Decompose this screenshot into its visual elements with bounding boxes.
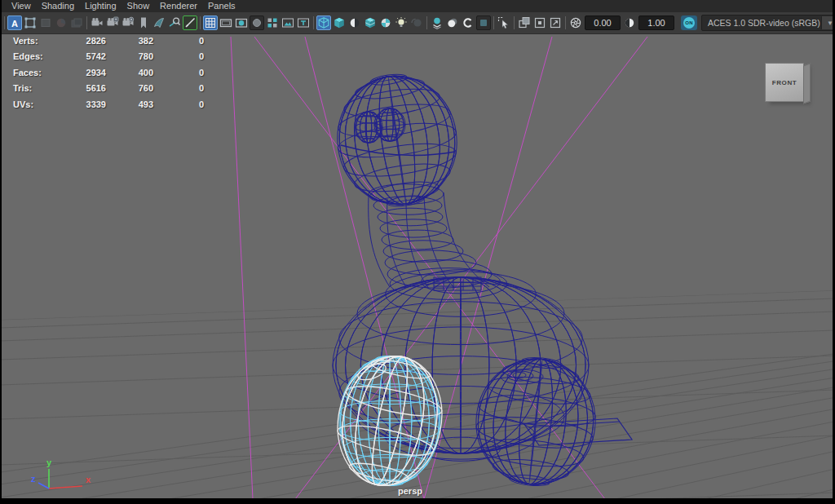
toolbar-group-4 <box>430 15 491 30</box>
pan-zoom-icon[interactable] <box>167 15 182 30</box>
hud-component: 760 <box>106 83 153 93</box>
image-plane-icon[interactable] <box>152 15 166 30</box>
hud-label: Tris: <box>13 83 60 93</box>
exposure-aperture-icon[interactable] <box>568 15 583 30</box>
hud-selected: 0 <box>153 68 204 77</box>
toolbar-separator <box>426 16 427 29</box>
motion-blur-icon[interactable] <box>409 15 424 30</box>
hud-selected: 0 <box>153 36 204 46</box>
hud-selected: 0 <box>153 51 204 61</box>
shaded-wireframe-icon[interactable] <box>347 15 362 30</box>
lights-icon[interactable] <box>394 15 409 30</box>
toolbar-separator <box>514 16 515 29</box>
toolbar-separator <box>313 16 314 29</box>
panel-toolbar: A0.001.00ONACES 1.0 SDR-video (sRGB)▼ <box>0 12 835 34</box>
marquee-select-icon[interactable] <box>23 15 38 30</box>
color-space-value: ACES 1.0 SDR-video (sRGB) <box>702 18 821 28</box>
field-chart-icon[interactable] <box>265 15 280 30</box>
shaded-display-icon[interactable] <box>332 15 347 30</box>
hud-row-faces: Faces:29344000 <box>13 64 204 81</box>
bookmark-icon[interactable] <box>136 15 151 30</box>
view-cube-front-label: FRONT <box>772 79 797 86</box>
toolbar-group-0: A <box>7 15 84 30</box>
color-management-toggle-label: ON <box>683 17 695 29</box>
menu-show[interactable]: Show <box>127 0 150 12</box>
layered-window-icon[interactable] <box>69 15 84 30</box>
view-cube-front-face[interactable]: FRONT <box>765 63 804 102</box>
svg-text:A: A <box>11 19 18 29</box>
svg-text:x: x <box>86 475 91 484</box>
hud-row-uvs: UVs:33394930 <box>13 96 204 113</box>
hud-total: 5742 <box>60 51 106 61</box>
hud-selected: 0 <box>153 83 204 93</box>
grease-pencil-icon[interactable] <box>183 15 197 30</box>
wireframe-display-icon[interactable] <box>316 15 331 30</box>
toolbar-separator <box>200 16 201 29</box>
toolbar-group-5 <box>497 15 511 30</box>
grid-icon[interactable] <box>203 15 218 30</box>
hud-total: 5616 <box>60 83 106 93</box>
hud-label: Verts: <box>13 36 60 46</box>
menu-lighting[interactable]: Lighting <box>85 0 117 12</box>
safe-title-icon[interactable] <box>296 15 311 30</box>
anti-aliasing-icon[interactable] <box>461 15 475 30</box>
maya-viewport-panel: ViewShadingLightingShowRendererPanels A0… <box>0 0 835 504</box>
hud-row-verts: Verts:28263820 <box>13 33 204 49</box>
material-override-icon[interactable] <box>378 15 393 30</box>
hud-component: 493 <box>106 99 153 109</box>
textured-display-icon[interactable] <box>363 15 378 30</box>
hud-component: 780 <box>106 51 153 61</box>
safe-action-icon[interactable] <box>281 15 295 30</box>
film-gate-icon[interactable] <box>219 15 233 30</box>
panel-border-bottom <box>0 498 835 504</box>
hud-row-tris: Tris:56167600 <box>13 81 204 97</box>
ambient-occlusion-icon[interactable] <box>445 15 460 30</box>
svg-text:z: z <box>31 474 36 484</box>
hud-total: 3339 <box>60 99 106 109</box>
hud-label: Edges: <box>13 51 60 61</box>
color-management-toggle[interactable]: ON <box>681 15 697 30</box>
depth-of-field-icon[interactable] <box>476 15 491 30</box>
toolbar-group-3 <box>316 15 424 30</box>
axis-triad: y x z <box>21 455 95 501</box>
sphere-pie-icon[interactable] <box>54 15 68 30</box>
panel-border-left <box>0 0 2 504</box>
hud-component: 400 <box>106 68 153 77</box>
menu-shading[interactable]: Shading <box>42 0 74 12</box>
shadows-icon[interactable] <box>430 15 444 30</box>
hud-label: Faces: <box>13 68 60 77</box>
panel-menubar: ViewShadingLightingShowRendererPanels <box>0 0 835 12</box>
resolution-gate-icon[interactable] <box>234 15 249 30</box>
camera-name-label: persp <box>398 486 422 496</box>
toolbar-group-2 <box>203 15 311 30</box>
toolbar-separator <box>565 16 566 29</box>
toolbar-group-6 <box>517 15 563 30</box>
menu-renderer[interactable]: Renderer <box>160 0 197 12</box>
isolate-add-selected-icon[interactable] <box>548 15 563 30</box>
svg-text:y: y <box>46 458 52 467</box>
gamma-field[interactable]: 1.00 <box>638 15 674 30</box>
camera-attributes-icon[interactable] <box>121 15 135 30</box>
color-space-dropdown[interactable]: ACES 1.0 SDR-video (sRGB)▼ <box>701 15 835 31</box>
gate-mask-icon[interactable] <box>250 15 264 30</box>
view-cube-side-face <box>803 64 811 104</box>
poly-count-hud: Verts:28263820Edges:57427800Faces:293440… <box>13 33 204 113</box>
view-cube[interactable]: FRONT <box>763 60 812 108</box>
panel-square-icon[interactable] <box>38 15 53 30</box>
camera-icon[interactable] <box>90 15 104 30</box>
gamma-contrast-icon[interactable] <box>622 15 637 30</box>
exposure-field[interactable]: 0.00 <box>585 15 621 30</box>
menu-view[interactable]: View <box>11 0 31 12</box>
object-selection-icon[interactable] <box>497 15 511 30</box>
toolbar-group-1 <box>90 15 197 30</box>
hud-label: UVs: <box>13 99 60 109</box>
panel-highlight-a-icon[interactable]: A <box>7 15 22 30</box>
isolate-selected-view-icon[interactable] <box>532 15 547 30</box>
toolbar-separator <box>493 16 494 29</box>
hud-component: 382 <box>106 36 153 46</box>
toolbar-separator <box>86 16 87 29</box>
hud-total: 2934 <box>60 68 106 77</box>
isolate-select-icon[interactable] <box>517 15 532 30</box>
menu-panels[interactable]: Panels <box>208 0 236 12</box>
camera-lock-icon[interactable] <box>105 15 120 30</box>
